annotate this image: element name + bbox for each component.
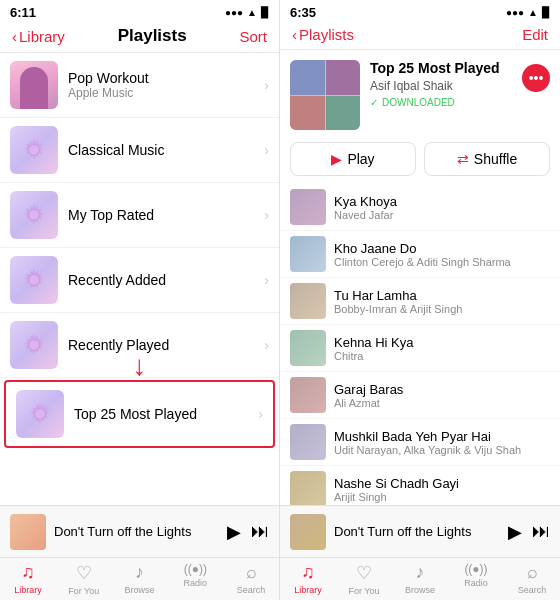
battery-icon: ▉ bbox=[542, 7, 550, 18]
pop-workout-info: Pop Workout Apple Music bbox=[68, 70, 260, 100]
song-thumb-6 bbox=[290, 424, 326, 460]
left-np-info: Don't Turn off the Lights bbox=[54, 524, 227, 539]
left-time: 6:11 bbox=[10, 5, 36, 20]
gear-svg-icon bbox=[18, 264, 50, 296]
right-tab-browse[interactable]: ♪ Browse bbox=[392, 558, 448, 600]
song-list: Kya Khoya Naved Jafar Kho Jaane Do Clint… bbox=[280, 184, 560, 505]
playlist-item-recently-added[interactable]: Recently Added › bbox=[0, 248, 279, 313]
classical-music-name: Classical Music bbox=[68, 142, 260, 158]
my-top-rated-thumb bbox=[10, 191, 58, 239]
song-item-6[interactable]: Mushkil Bada Yeh Pyar Hai Udit Narayan, … bbox=[280, 419, 560, 466]
shuffle-button[interactable]: ⇄ Shuffle bbox=[424, 142, 550, 176]
tab-browse[interactable]: ♪ Browse bbox=[112, 558, 168, 600]
left-np-controls: ▶ ⏭ bbox=[227, 521, 269, 543]
svg-point-3 bbox=[29, 210, 39, 220]
playlists-back-button[interactable]: ‹ Playlists bbox=[292, 26, 354, 43]
play-button[interactable]: ▶ bbox=[227, 521, 241, 543]
right-now-playing-bar[interactable]: Don't Turn off the Lights ▶ ⏭ bbox=[280, 505, 560, 557]
play-button[interactable]: ▶ Play bbox=[290, 142, 416, 176]
playlist-item-top-25-most-played[interactable]: Top 25 Most Played › bbox=[4, 380, 275, 448]
battery-icon: ▉ bbox=[261, 7, 269, 18]
right-tab-radio[interactable]: ((●)) Radio bbox=[448, 558, 504, 600]
song-item-2[interactable]: Kho Jaane Do Clinton Cerejo & Aditi Sing… bbox=[280, 231, 560, 278]
song-info-7: Nashe Si Chadh Gayi Arijit Singh bbox=[334, 476, 550, 503]
tab-search[interactable]: ⌕ Search bbox=[223, 558, 279, 600]
play-label: Play bbox=[347, 151, 374, 167]
right-skip-button[interactable]: ⏭ bbox=[532, 521, 550, 542]
tab-for-you[interactable]: ♡ For You bbox=[56, 558, 112, 600]
chevron-right-icon: › bbox=[264, 272, 269, 288]
svg-point-9 bbox=[35, 409, 45, 419]
radio-icon: ((●)) bbox=[184, 562, 207, 576]
tab-radio[interactable]: ((●)) Radio bbox=[167, 558, 223, 600]
recently-played-name: Recently Played bbox=[68, 337, 260, 353]
song-title-7: Nashe Si Chadh Gayi bbox=[334, 476, 550, 491]
thumb-cell-4 bbox=[326, 96, 361, 131]
right-tab-browse-label: Browse bbox=[405, 585, 435, 595]
playlist-item-pop-workout[interactable]: Pop Workout Apple Music › bbox=[0, 53, 279, 118]
tab-for-you-label: For You bbox=[68, 586, 99, 596]
classical-music-info: Classical Music bbox=[68, 142, 260, 158]
song-artist-1: Naved Jafar bbox=[334, 209, 550, 221]
search-icon: ⌕ bbox=[527, 562, 538, 583]
recently-added-thumb bbox=[10, 256, 58, 304]
browse-icon: ♪ bbox=[135, 562, 144, 583]
right-np-info: Don't Turn off the Lights bbox=[334, 524, 508, 539]
song-item-7[interactable]: Nashe Si Chadh Gayi Arijit Singh bbox=[280, 466, 560, 505]
chevron-right-icon: › bbox=[264, 207, 269, 223]
for-you-icon: ♡ bbox=[356, 562, 372, 584]
song-title-4: Kehna Hi Kya bbox=[334, 335, 550, 350]
right-playlist-title: Top 25 Most Played bbox=[370, 60, 512, 77]
right-playlist-info: Top 25 Most Played Asif Iqbal Shaik ✓ DO… bbox=[370, 60, 512, 108]
right-np-controls: ▶ ⏭ bbox=[508, 521, 550, 543]
song-item-5[interactable]: Garaj Baras Ali Azmat bbox=[280, 372, 560, 419]
checkmark-icon: ✓ bbox=[370, 97, 378, 108]
library-back-button[interactable]: ‹ Library bbox=[12, 28, 65, 45]
song-item-1[interactable]: Kya Khoya Naved Jafar bbox=[280, 184, 560, 231]
recently-played-info: Recently Played bbox=[68, 337, 260, 353]
for-you-icon: ♡ bbox=[76, 562, 92, 584]
right-bottom-tabs: ♫ Library ♡ For You ♪ Browse ((●)) Radio… bbox=[280, 557, 560, 600]
more-options-button[interactable]: ••• bbox=[522, 64, 550, 92]
song-info-1: Kya Khoya Naved Jafar bbox=[334, 194, 550, 221]
svg-point-7 bbox=[29, 340, 39, 350]
recently-added-info: Recently Added bbox=[68, 272, 260, 288]
left-now-playing-bar[interactable]: Don't Turn off the Lights ▶ ⏭ bbox=[0, 505, 279, 557]
playlist-item-my-top-rated[interactable]: My Top Rated › bbox=[0, 183, 279, 248]
gear-svg-icon bbox=[18, 199, 50, 231]
song-item-4[interactable]: Kehna Hi Kya Chitra bbox=[280, 325, 560, 372]
song-artist-6: Udit Narayan, Alka Yagnik & Viju Shah bbox=[334, 444, 550, 456]
back-label: Library bbox=[19, 28, 65, 45]
sort-button[interactable]: Sort bbox=[239, 28, 267, 45]
playlist-list: Pop Workout Apple Music › Classical Musi… bbox=[0, 53, 279, 505]
right-play-button[interactable]: ▶ bbox=[508, 521, 522, 543]
pop-workout-name: Pop Workout bbox=[68, 70, 260, 86]
my-top-rated-name: My Top Rated bbox=[68, 207, 260, 223]
edit-button[interactable]: Edit bbox=[522, 26, 548, 43]
right-tab-for-you[interactable]: ♡ For You bbox=[336, 558, 392, 600]
shuffle-label: Shuffle bbox=[474, 151, 517, 167]
left-status-icons: ●●● ▲ ▉ bbox=[225, 7, 269, 18]
song-thumb-5 bbox=[290, 377, 326, 413]
left-nav-bar: ‹ Library Playlists Sort bbox=[0, 22, 279, 53]
back-chevron-icon: ‹ bbox=[12, 28, 17, 45]
song-thumb-3 bbox=[290, 283, 326, 319]
song-item-3[interactable]: Tu Har Lamha Bobby-Imran & Arijit Singh bbox=[280, 278, 560, 325]
song-thumb-1 bbox=[290, 189, 326, 225]
right-np-thumb bbox=[290, 514, 326, 550]
playlist-item-classical-music[interactable]: Classical Music › bbox=[0, 118, 279, 183]
tab-library[interactable]: ♫ Library bbox=[0, 558, 56, 600]
right-playlist-thumb bbox=[290, 60, 360, 130]
svg-point-1 bbox=[29, 145, 39, 155]
right-tab-search[interactable]: ⌕ Search bbox=[504, 558, 560, 600]
top-25-wrapper: ↓ Top 25 Most Played › bbox=[0, 380, 279, 448]
song-info-5: Garaj Baras Ali Azmat bbox=[334, 382, 550, 409]
left-status-bar: 6:11 ●●● ▲ ▉ bbox=[0, 0, 279, 22]
song-title-3: Tu Har Lamha bbox=[334, 288, 550, 303]
person-illustration bbox=[10, 61, 58, 109]
right-nav-bar: ‹ Playlists Edit bbox=[280, 22, 560, 50]
skip-forward-button[interactable]: ⏭ bbox=[251, 521, 269, 542]
right-tab-library[interactable]: ♫ Library bbox=[280, 558, 336, 600]
song-artist-5: Ali Azmat bbox=[334, 397, 550, 409]
right-tab-radio-label: Radio bbox=[464, 578, 488, 588]
